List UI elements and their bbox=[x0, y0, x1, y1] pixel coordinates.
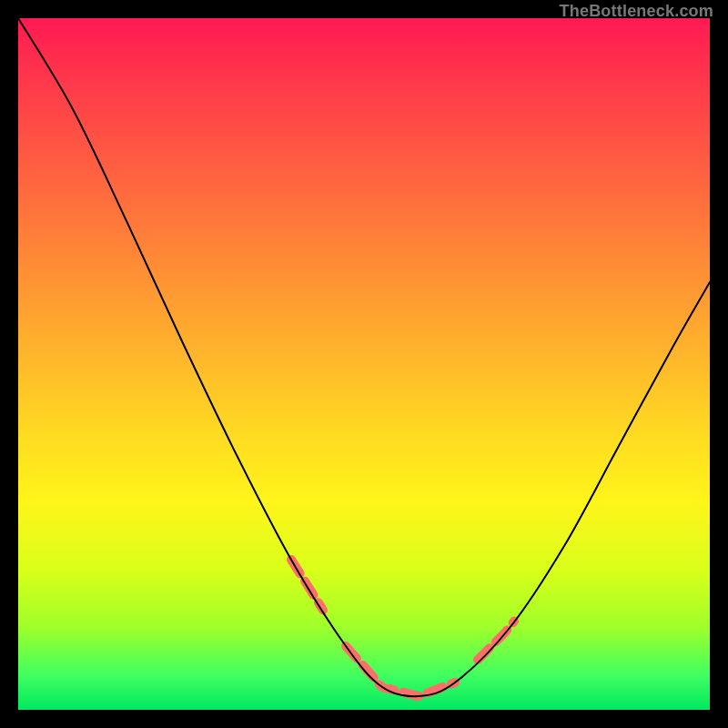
watermark-text: TheBottleneck.com bbox=[560, 2, 713, 21]
chart-frame: TheBottleneck.com bbox=[18, 18, 710, 710]
gradient-background bbox=[18, 18, 710, 710]
